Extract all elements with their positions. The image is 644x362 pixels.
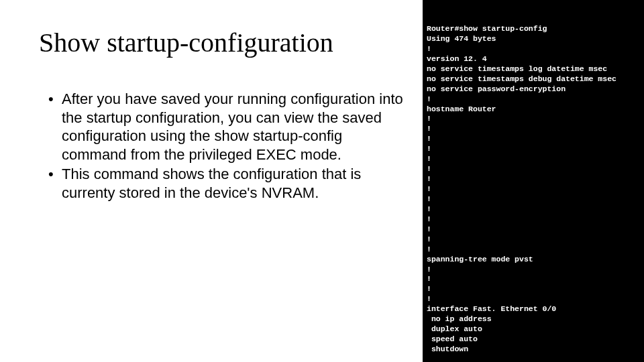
terminal-line: no service password-encryption <box>427 84 566 93</box>
terminal-output: Router#show startup-config Using 474 byt… <box>423 0 644 362</box>
terminal-line: ! <box>427 114 431 123</box>
terminal-line: duplex auto <box>427 324 482 333</box>
list-item: After you have saved your running config… <box>46 90 409 164</box>
terminal-line: ! <box>427 235 431 243</box>
terminal-line: ! <box>427 184 431 193</box>
terminal-line: hostname Router <box>427 105 496 113</box>
terminal-line: version 12. 4 <box>427 54 487 63</box>
terminal-line: Router#show startup-config <box>427 24 547 33</box>
terminal-line: ! <box>427 144 431 153</box>
terminal-line: no service timestamps debug datetime mse… <box>427 74 616 83</box>
terminal-line: ! <box>427 225 431 233</box>
terminal-line: ! <box>427 174 431 183</box>
terminal-line: ! <box>427 95 431 103</box>
terminal-line: spanning-tree mode pvst <box>427 255 533 263</box>
list-item: This command shows the configuration tha… <box>46 165 409 202</box>
terminal-line: ! <box>427 164 431 173</box>
terminal-line: ! <box>427 134 431 143</box>
bullet-list: After you have saved your running config… <box>39 90 409 202</box>
terminal-line: ! <box>427 44 431 53</box>
terminal-line: ! <box>427 204 431 213</box>
terminal-line: speed auto <box>427 335 478 343</box>
terminal-line: ! <box>427 124 431 133</box>
terminal-line: ! <box>427 215 431 223</box>
terminal-line: ! <box>427 194 431 203</box>
terminal-line: no ip address <box>427 314 492 323</box>
terminal-line: Using 474 bytes <box>427 34 496 43</box>
terminal-line: ! <box>427 274 431 283</box>
terminal-line: ! <box>427 154 431 163</box>
terminal-line: no service timestamps log datetime msec <box>427 64 607 73</box>
terminal-line: shutdown <box>427 345 468 353</box>
slide-content: Show startup-configuration After you hav… <box>0 0 423 362</box>
terminal-line: interface Fast. Ethernet 0/0 <box>427 304 556 313</box>
terminal-line: ! <box>427 284 431 293</box>
terminal-line: ! <box>427 245 431 253</box>
terminal-line: ! <box>427 294 431 303</box>
terminal-line: ! <box>427 265 431 274</box>
slide-title: Show startup-configuration <box>39 28 409 58</box>
